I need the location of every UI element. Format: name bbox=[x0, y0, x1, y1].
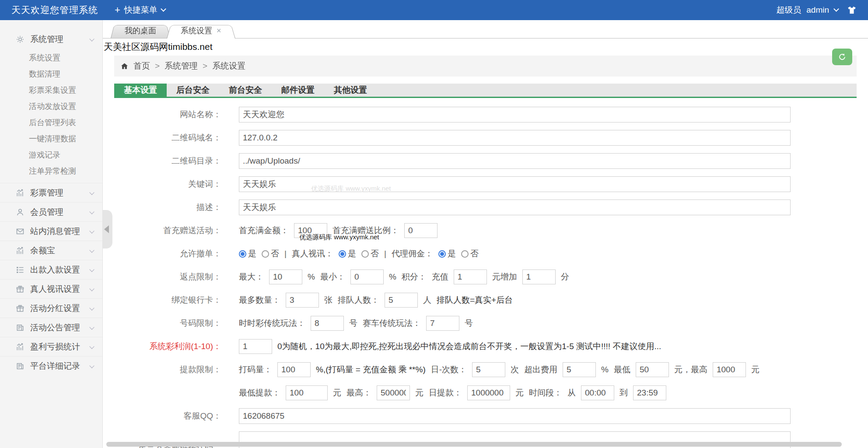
sidebar-subitem-system-settings[interactable]: 系统设置 bbox=[0, 50, 102, 66]
gift-icon bbox=[16, 285, 24, 294]
app-title: 天天欢迎您管理系统 bbox=[11, 4, 98, 16]
chart-icon bbox=[16, 246, 24, 255]
sidebar-subitem-game-records[interactable]: 游戏记录 bbox=[0, 147, 102, 163]
daily-times-input[interactable] bbox=[472, 362, 505, 377]
chart-icon bbox=[16, 189, 24, 197]
user-icon bbox=[16, 208, 24, 217]
system-profit-input[interactable] bbox=[239, 339, 272, 354]
quick-menu-label: 快捷菜单 bbox=[124, 4, 158, 16]
watermark-faint: 优选源码库 www.yxymk.net bbox=[311, 185, 391, 193]
envelope-icon bbox=[16, 227, 24, 236]
sidebar-item-messages[interactable]: 站内消息管理 bbox=[0, 221, 102, 241]
sidebar-item-yuebao[interactable]: 余额宝 bbox=[0, 241, 102, 260]
allow-cancel-yes-radio[interactable] bbox=[239, 250, 246, 258]
service-qq-input[interactable] bbox=[239, 408, 791, 424]
sidebar-item-platform-records[interactable]: 平台详细记录 bbox=[0, 356, 102, 375]
topbar-right: 超级员 admin bbox=[776, 4, 857, 16]
tab-front-security[interactable]: 前台安全 bbox=[219, 84, 272, 97]
chart-icon bbox=[16, 343, 24, 351]
chevron-down-icon bbox=[89, 344, 94, 349]
chevron-down-icon bbox=[89, 267, 94, 272]
live-video-no-radio[interactable] bbox=[361, 250, 369, 258]
chevron-down-icon bbox=[161, 6, 166, 12]
sidebar-item-dividend[interactable]: 活动分红设置 bbox=[0, 298, 102, 318]
site-watermark-title: 天美社区源码网timibbs.net bbox=[104, 41, 868, 53]
sidebar-submenu-system: 系统设置 数据清理 彩票采集设置 活动发放设置 后台管理列表 一键清理数据 游戏… bbox=[0, 49, 102, 183]
tab-system-settings[interactable]: 系统设置 × bbox=[167, 23, 235, 38]
chevron-down-icon bbox=[89, 228, 94, 233]
sidebar-item-lottery[interactable]: 彩票管理 bbox=[0, 183, 102, 202]
first-charge-ratio-input[interactable] bbox=[404, 223, 438, 238]
time-from-input[interactable] bbox=[581, 385, 614, 400]
agent-commission-no-radio[interactable] bbox=[461, 250, 469, 258]
rebate-max-input[interactable] bbox=[269, 270, 302, 284]
sidebar-item-members[interactable]: 会员管理 bbox=[0, 202, 102, 221]
breadcrumb: 首页 > 系统管理 > 系统设置 bbox=[114, 56, 857, 77]
row-qr-dir: 二维码目录： bbox=[103, 153, 868, 169]
sidebar-item-live-video[interactable]: 真人视讯设置 bbox=[0, 279, 102, 298]
fee-min-input[interactable] bbox=[636, 362, 669, 377]
tab-mail-settings[interactable]: 邮件设置 bbox=[272, 84, 324, 97]
bank-card-max-input[interactable] bbox=[286, 293, 319, 308]
username-dropdown[interactable]: admin bbox=[806, 5, 829, 15]
triangle-left-icon bbox=[104, 225, 109, 233]
sidebar-subitem-lottery-collect[interactable]: 彩票采集设置 bbox=[0, 82, 102, 98]
sidebar-subitem-one-key-clean[interactable]: 一键清理数据 bbox=[0, 131, 102, 147]
sidebar-subitem-data-cleanup[interactable]: 数据清理 bbox=[0, 66, 102, 82]
description-input[interactable] bbox=[239, 200, 791, 215]
row-number-limit: 号码限制： 时时彩传统玩法： 号 赛车传统玩法： 号 bbox=[103, 315, 868, 331]
min-withdraw-input[interactable] bbox=[286, 385, 328, 400]
row-service-qq: 客服QQ： bbox=[103, 408, 868, 424]
sidebar-item-payment[interactable]: 出款入款设置 bbox=[0, 260, 102, 279]
tab-other-settings[interactable]: 其他设置 bbox=[324, 84, 377, 97]
settings-tabs: 基本设置 后台安全 前台安全 邮件设置 其他设置 bbox=[114, 84, 857, 98]
sidebar-subitem-bet-anomaly[interactable]: 注单异常检测 bbox=[0, 163, 102, 179]
gear-icon bbox=[16, 35, 24, 44]
close-icon[interactable]: × bbox=[217, 26, 221, 35]
ssc-number-input[interactable] bbox=[311, 316, 344, 331]
chevron-down-icon bbox=[89, 286, 94, 291]
max-withdraw-input[interactable] bbox=[377, 385, 410, 400]
sidebar-item-system[interactable]: 系统管理 bbox=[0, 30, 102, 49]
breadcrumb-home[interactable]: 首页 bbox=[133, 60, 150, 72]
refresh-button[interactable] bbox=[832, 49, 852, 65]
sidebar-subitem-activity-grant[interactable]: 活动发放设置 bbox=[0, 98, 102, 115]
time-to-input[interactable] bbox=[633, 385, 666, 400]
chevron-down-icon bbox=[833, 6, 839, 12]
row-first-charge: 首充赠送活动： 首充满金额： 首充满赠送比例： bbox=[103, 223, 868, 238]
dama-input[interactable] bbox=[277, 362, 311, 377]
basic-settings-form: 网站名称： 二维码域名： 二维码目录： 关键词： 描述： 首充赠送活动： bbox=[103, 107, 868, 448]
topbar: 天天欢迎您管理系统 + 快捷菜单 超级员 admin bbox=[0, 0, 868, 20]
points-charge-input[interactable] bbox=[454, 270, 487, 284]
sidebar: 系统管理 系统设置 数据清理 彩票采集设置 活动发放设置 后台管理列表 一键清理… bbox=[0, 20, 102, 448]
quick-menu-button[interactable]: + 快捷菜单 bbox=[115, 4, 165, 16]
sidebar-item-profit-loss[interactable]: 盈利亏损统计 bbox=[0, 337, 102, 356]
site-name-input[interactable] bbox=[239, 107, 791, 122]
live-video-yes-radio[interactable] bbox=[339, 250, 346, 258]
theme-tshirt-icon[interactable] bbox=[847, 5, 857, 15]
racing-number-input[interactable] bbox=[426, 316, 459, 331]
allow-cancel-no-radio[interactable] bbox=[262, 250, 269, 258]
row-withdraw-amounts: 最低提款： 元 最高： 元 日提款： 元 时间段： 从 到 bbox=[103, 385, 868, 401]
sidebar-item-announcement[interactable]: 活动公告管理 bbox=[0, 318, 102, 337]
sidebar-subitem-admin-list[interactable]: 后台管理列表 bbox=[0, 115, 102, 131]
shell: 系统管理 系统设置 数据清理 彩票采集设置 活动发放设置 后台管理列表 一键清理… bbox=[0, 20, 868, 448]
sidebar-collapse-handle[interactable] bbox=[103, 210, 112, 248]
qr-dir-input[interactable] bbox=[239, 153, 791, 169]
agent-commission-yes-radio[interactable] bbox=[438, 250, 446, 258]
breadcrumb-section[interactable]: 系统管理 bbox=[164, 60, 198, 72]
tab-basic-settings[interactable]: 基本设置 bbox=[114, 84, 167, 97]
queue-count-input[interactable] bbox=[385, 293, 418, 308]
horizontal-scrollbar[interactable] bbox=[106, 442, 842, 447]
excess-fee-input[interactable] bbox=[563, 362, 596, 377]
qr-domain-input[interactable] bbox=[239, 130, 791, 146]
daily-withdraw-input[interactable] bbox=[467, 385, 510, 400]
row-site-name: 网站名称： bbox=[103, 107, 868, 122]
tab-admin-security[interactable]: 后台安全 bbox=[167, 84, 219, 97]
main-content: 我的桌面 系统设置 × 天美社区源码网timibbs.net 首页 > 系统管理… bbox=[102, 20, 868, 448]
fee-max-input[interactable] bbox=[713, 362, 746, 377]
rebate-min-input[interactable] bbox=[350, 270, 384, 284]
user-role: 超级员 bbox=[776, 4, 801, 16]
tab-my-desktop[interactable]: 我的桌面 bbox=[111, 23, 170, 38]
points-add-input[interactable] bbox=[522, 270, 556, 284]
